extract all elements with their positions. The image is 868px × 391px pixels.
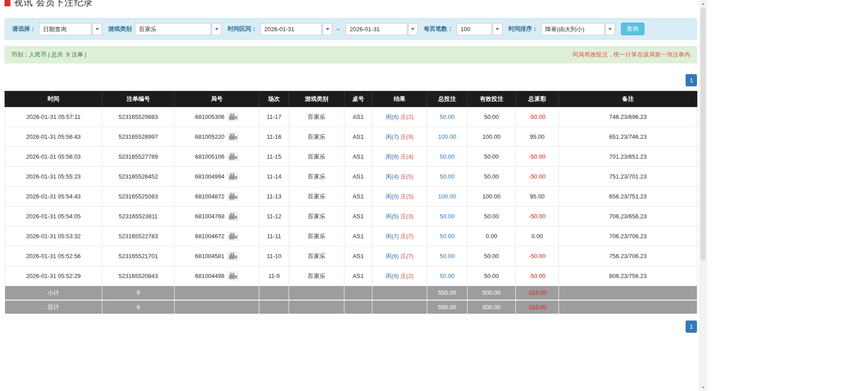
date-to-picker[interactable]: 2026-01-31: [346, 23, 418, 35]
cell-valid-bet: 50.00: [467, 207, 516, 226]
date-range-label: 时间区间：: [228, 25, 257, 33]
video-replay-icon[interactable]: [228, 172, 238, 181]
chevron-down-icon[interactable]: [323, 23, 332, 35]
cell-bet-number: 523165521701: [102, 246, 175, 266]
cell-total-bet: 50.00: [427, 167, 467, 187]
video-replay-icon[interactable]: [228, 192, 238, 201]
pagination-bottom: 1: [5, 320, 697, 333]
table-row: 2026-01-31 05:52:29523165520843681004498…: [5, 266, 697, 286]
result-banker: 庄(2): [401, 113, 414, 120]
total-bet-link[interactable]: 50.00: [440, 213, 455, 220]
total-bet-link[interactable]: 50.00: [440, 113, 455, 120]
result-player: 闲(8): [386, 153, 399, 160]
sort-value[interactable]: 降幂(由大到小): [541, 23, 605, 35]
cell-time: 2026-01-31 05:54:05: [5, 207, 102, 226]
video-replay-icon[interactable]: [228, 132, 238, 141]
cell-time: 2026-01-31 05:55:23: [5, 167, 102, 187]
game-type-select[interactable]: 百家乐: [135, 23, 221, 35]
cell-game-type: 百家乐: [289, 207, 344, 226]
search-button[interactable]: 查询: [621, 23, 644, 35]
sort-select[interactable]: 降幂(由大到小): [541, 23, 615, 35]
page-size-select[interactable]: 100: [457, 23, 502, 35]
date-to-value[interactable]: 2026-01-31: [346, 23, 407, 35]
result-banker: 庄(7): [401, 233, 414, 240]
cell-remark: 706.23/706.23: [559, 226, 697, 246]
cell-table-number: AS1: [344, 207, 372, 226]
video-replay-icon[interactable]: [228, 113, 238, 121]
chevron-down-icon[interactable]: [493, 23, 502, 35]
page-title: 视讯 会员下注纪录: [14, 0, 93, 9]
cell-remark: 656.23/751.23: [559, 187, 697, 207]
cell-bet-number: 523165525083: [102, 187, 175, 207]
cell-result: 闲(5) 庄(3): [372, 207, 427, 226]
video-replay-icon[interactable]: [228, 272, 238, 280]
filter-bar: 请选择： 日期查询 游戏类别 百家乐 时间区间： 2026-01-31 ~ 20…: [5, 18, 697, 40]
video-replay-icon[interactable]: [228, 232, 238, 240]
page-1-button[interactable]: 1: [686, 74, 697, 86]
cell-table-number: AS1: [344, 187, 372, 207]
cell-game-type: 百家乐: [289, 246, 344, 266]
empty-cell: [559, 300, 697, 314]
cell-session: 11-11: [259, 226, 289, 246]
scrollbar-thumb[interactable]: [701, 8, 706, 261]
cell-remark: 706.23/656.23: [559, 207, 697, 226]
result-player: 闲(7): [386, 233, 399, 240]
cell-bet-number: 523165529883: [102, 107, 175, 127]
page-1-button[interactable]: 1: [686, 320, 697, 333]
cell-time: 2026-01-31 05:56:03: [5, 147, 102, 167]
cell-result: 闲(0) 庄(5): [372, 187, 427, 207]
total-bet-link[interactable]: 50.00: [440, 273, 455, 279]
query-type-label: 请选择：: [12, 25, 36, 33]
video-replay-icon[interactable]: [228, 252, 238, 260]
cell-table-number: AS1: [344, 226, 372, 246]
total-bet-link[interactable]: 50.00: [440, 153, 455, 160]
cell-game-type: 百家乐: [289, 266, 344, 286]
video-replay-icon[interactable]: [228, 152, 238, 161]
total-bet-link[interactable]: 100.00: [438, 193, 456, 200]
total-bet-link[interactable]: 100.00: [438, 133, 456, 140]
sort-label: 时间排序：: [509, 25, 538, 33]
subtotal-payout: -110.00: [516, 286, 559, 300]
cell-remark: 701.23/651.23: [559, 147, 697, 167]
video-replay-icon[interactable]: [228, 212, 238, 221]
cell-payout: -50.00: [516, 147, 559, 167]
round-number: 681005106: [195, 153, 224, 160]
chevron-down-icon[interactable]: [408, 23, 418, 35]
vertical-scrollbar[interactable]: ▲ ▼: [700, 0, 706, 391]
cell-game-type: 百家乐: [289, 167, 344, 187]
date-from-picker[interactable]: 2026-01-31: [260, 23, 332, 35]
scroll-up-icon[interactable]: ▲: [700, 0, 706, 7]
query-type-select[interactable]: 日期查询: [39, 23, 102, 35]
page-size-value[interactable]: 100: [457, 23, 492, 35]
cell-game-type: 百家乐: [289, 226, 344, 246]
cell-session: 11-17: [259, 107, 289, 127]
game-type-value[interactable]: 百家乐: [135, 23, 211, 35]
scroll-down-icon[interactable]: ▼: [700, 384, 706, 391]
total-bet-link[interactable]: 50.00: [440, 173, 455, 180]
table-row: 2026-01-31 05:54:05523165523811681004768…: [5, 207, 697, 226]
cell-round-number: 681004672: [175, 226, 259, 246]
cell-valid-bet: 100.00: [467, 187, 516, 207]
query-type-value[interactable]: 日期查询: [39, 23, 91, 35]
header-time: 时间: [5, 91, 102, 107]
total-payout: -110.00: [516, 300, 559, 314]
cell-game-type: 百家乐: [289, 147, 344, 167]
cell-valid-bet: 50.00: [467, 246, 516, 266]
cell-session: 11-16: [259, 127, 289, 147]
cell-game-type: 百家乐: [289, 107, 344, 127]
cell-payout: -50.00: [516, 266, 559, 286]
date-from-value[interactable]: 2026-01-31: [260, 23, 322, 35]
chevron-down-icon[interactable]: [212, 23, 221, 35]
cell-time: 2026-01-31 05:52:29: [5, 266, 102, 286]
result-banker: 庄(3): [401, 213, 414, 220]
chevron-down-icon[interactable]: [606, 23, 615, 35]
empty-cell: [344, 286, 372, 300]
chevron-down-icon[interactable]: [92, 23, 102, 35]
cell-result: 闲(6) 庄(7): [372, 246, 427, 266]
total-bet-link[interactable]: 50.00: [440, 233, 455, 240]
total-bet-link[interactable]: 50.00: [440, 253, 455, 259]
empty-cell: [259, 300, 289, 314]
total-valid-bet: 500.00: [467, 300, 516, 314]
cell-total-bet: 50.00: [427, 246, 467, 266]
currency-summary: 币别：人民币 | 总共 :9 注单 |: [11, 51, 86, 59]
